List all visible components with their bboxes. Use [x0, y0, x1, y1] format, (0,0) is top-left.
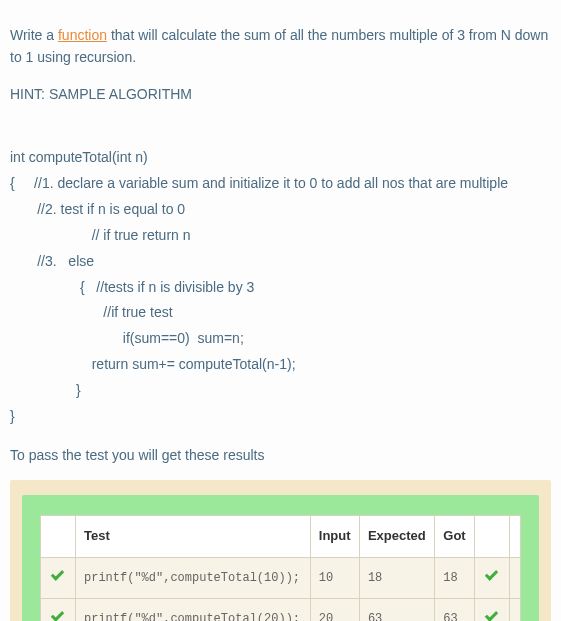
algo-line: // if true return n	[10, 227, 191, 243]
got-cell: 18	[435, 558, 475, 599]
algo-line: //3. else	[10, 253, 94, 269]
table-row: printf("%d",computeTotal(10)); 10 18 18	[41, 558, 521, 599]
table-row: printf("%d",computeTotal(20)); 20 63 63	[41, 599, 521, 621]
expected-cell: 18	[359, 558, 434, 599]
hint-label: HINT: SAMPLE ALGORITHM	[10, 83, 551, 105]
test-cell: printf("%d",computeTotal(20));	[76, 599, 311, 621]
spacer-cell	[510, 558, 521, 599]
pass-text: To pass the test you will get these resu…	[10, 444, 551, 466]
result-cell	[475, 599, 510, 621]
status-cell	[41, 558, 76, 599]
col-got: Got	[435, 516, 475, 558]
algo-line: { //tests if n is divisible by 3	[10, 279, 254, 295]
algo-line: return sum+= computeTotal(n-1);	[10, 356, 296, 372]
status-cell	[41, 599, 76, 621]
algo-line: if(sum==0) sum=n;	[10, 330, 244, 346]
algo-line: //2. test if n is equal to 0	[10, 201, 185, 217]
check-icon	[51, 568, 65, 582]
expected-cell: 63	[359, 599, 434, 621]
spacer-cell	[510, 599, 521, 621]
result-cell	[475, 558, 510, 599]
col-expected: Expected	[359, 516, 434, 558]
got-cell: 63	[435, 599, 475, 621]
results-table: Test Input Expected Got printf("%d",comp…	[40, 515, 521, 621]
col-status	[41, 516, 76, 558]
prompt-prefix: Write a	[10, 27, 58, 43]
prompt-paragraph: Write a function that will calculate the…	[10, 24, 551, 69]
algo-line: int computeTotal(int n)	[10, 149, 148, 165]
results-outer: Test Input Expected Got printf("%d",comp…	[10, 480, 551, 621]
algo-line: }	[10, 408, 15, 424]
input-cell: 20	[310, 599, 359, 621]
check-icon	[51, 609, 65, 621]
table-header-row: Test Input Expected Got	[41, 516, 521, 558]
check-icon	[485, 609, 499, 621]
function-link[interactable]: function	[58, 27, 107, 43]
algo-line: }	[10, 382, 81, 398]
col-spacer	[510, 516, 521, 558]
col-result	[475, 516, 510, 558]
col-input: Input	[310, 516, 359, 558]
results-inner: Test Input Expected Got printf("%d",comp…	[22, 495, 539, 621]
algorithm-block: int computeTotal(int n) { //1. declare a…	[10, 119, 551, 430]
test-cell: printf("%d",computeTotal(10));	[76, 558, 311, 599]
input-cell: 10	[310, 558, 359, 599]
algo-line: { //1. declare a variable sum and initia…	[10, 175, 561, 191]
col-test: Test	[76, 516, 311, 558]
check-icon	[485, 568, 499, 582]
algo-line: //if true test	[10, 304, 173, 320]
